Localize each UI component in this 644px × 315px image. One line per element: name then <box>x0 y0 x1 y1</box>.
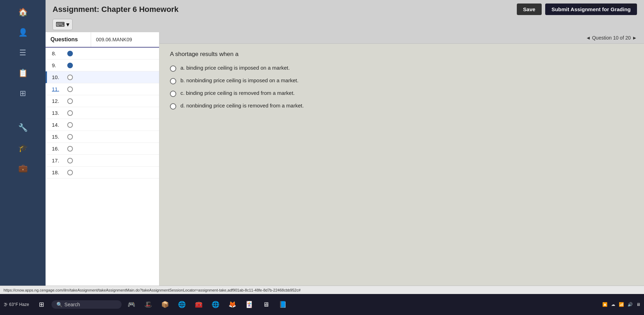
question-status-radio <box>67 86 73 92</box>
sidebar-grid-icon[interactable]: ⊞ <box>14 85 32 102</box>
taskbar-monitor-icon[interactable]: 🖥 <box>636 302 640 307</box>
question-counter: Question 10 of 20 <box>592 35 632 41</box>
next-question-arrow[interactable]: ► <box>632 35 637 41</box>
toolbar-row: ⌨ ▾ <box>46 17 644 32</box>
questions-panel-label: Questions <box>46 32 91 47</box>
taskbar-up-icon[interactable]: 🔼 <box>602 302 608 307</box>
question-id-label: 009.06.MANK09 <box>91 32 137 47</box>
sidebar-grad-icon[interactable]: 🎓 <box>14 139 32 157</box>
search-icon: 🔍 <box>56 302 62 307</box>
question-body: A shortage results when a a. binding pri… <box>159 44 644 122</box>
question-number: 17. <box>52 158 66 163</box>
sidebar-home-icon[interactable]: 🏠 <box>14 4 32 21</box>
question-list-item[interactable]: 10. <box>46 71 159 83</box>
question-number: 11. <box>52 86 66 92</box>
question-status-radio <box>67 134 73 140</box>
main-area: Assignment Score: 0.00% Assignment: Chap… <box>46 0 644 294</box>
question-number: 8. <box>52 50 66 56</box>
sidebar-menu-icon[interactable]: ☰ <box>14 44 32 62</box>
answer-text: a. binding price ceiling is imposed on a… <box>180 65 290 71</box>
taskbar-search[interactable]: 🔍 Search <box>52 300 122 309</box>
question-number: 18. <box>52 169 66 175</box>
taskbar-weather: 🌫 63°F Haze <box>4 302 29 307</box>
question-list-item[interactable]: 11. <box>46 83 159 95</box>
assignment-title: Assignment: Chapter 6 Homework <box>53 5 178 14</box>
question-nav-text: ◄ Question 10 of 20 ► <box>586 35 637 41</box>
answer-option[interactable]: b. nonbinding price ceiling is imposed o… <box>170 77 633 84</box>
question-list-item[interactable]: 13. <box>46 107 159 119</box>
sidebar-book-icon[interactable]: 📋 <box>14 64 32 82</box>
taskbar-icon-8[interactable]: 🃏 <box>242 298 256 312</box>
taskbar-icon-6[interactable]: 🌐 <box>208 298 222 312</box>
taskbar-icon-9[interactable]: 🖥 <box>259 298 273 312</box>
taskbar-icon-10[interactable]: 📘 <box>276 298 290 312</box>
question-number: 10. <box>52 74 66 80</box>
search-label: Search <box>64 302 80 307</box>
taskbar: 🌫 63°F Haze ⊞ 🔍 Search 🎮 🎩 📦 🌐 🧰 🌐 🦊 🃏 🖥… <box>0 294 644 315</box>
sidebar: 🏠 👤 ☰ 📋 ⊞ 🔧 🎓 💼 <box>0 0 46 294</box>
taskbar-wifi-icon[interactable]: 📶 <box>619 302 624 307</box>
answer-text: b. nonbinding price ceiling is imposed o… <box>180 77 299 83</box>
save-button[interactable]: Save <box>517 4 542 15</box>
question-number: 9. <box>52 62 66 68</box>
question-status-radio <box>67 122 73 128</box>
answer-radio-button[interactable] <box>170 65 176 72</box>
questions-panel: Questions 009.06.MANK09 8.9.10.11.12.13.… <box>46 32 159 288</box>
taskbar-icon-5[interactable]: 🧰 <box>192 298 206 312</box>
answer-radio-button[interactable] <box>170 91 176 97</box>
taskbar-icon-3[interactable]: 📦 <box>158 298 172 312</box>
question-number: 15. <box>52 134 66 140</box>
question-list-item[interactable]: 8. <box>46 48 159 59</box>
question-status-radio <box>67 170 73 175</box>
question-list-item[interactable]: 14. <box>46 119 159 131</box>
question-list-item[interactable]: 16. <box>46 143 159 155</box>
question-status-radio <box>67 51 73 56</box>
dropdown-arrow-icon: ▾ <box>66 21 69 28</box>
question-status-radio <box>67 158 73 163</box>
question-status-radio <box>67 63 73 68</box>
answer-options: a. binding price ceiling is imposed on a… <box>170 65 633 110</box>
calculator-icon: ⌨ <box>56 21 65 28</box>
status-bar: https://cnow.apps.ng.cengage.com/ilrn/ta… <box>0 286 644 294</box>
question-list-item[interactable]: 17. <box>46 155 159 167</box>
answer-option[interactable]: c. binding price ceiling is removed from… <box>170 90 633 97</box>
question-list-item[interactable]: 9. <box>46 59 159 71</box>
answer-option[interactable]: d. nonbinding price ceiling is removed f… <box>170 103 633 110</box>
sidebar-user-icon[interactable]: 👤 <box>14 24 32 41</box>
weather-icon: 🌫 <box>4 302 8 307</box>
question-text: A shortage results when a <box>170 51 633 58</box>
weather-text: 63°F Haze <box>9 302 29 307</box>
answer-radio-button[interactable] <box>170 78 176 84</box>
answer-radio-button[interactable] <box>170 103 176 110</box>
question-list-item[interactable]: 12. <box>46 95 159 107</box>
question-list-item[interactable]: 15. <box>46 131 159 143</box>
taskbar-right: 🔼 ☁ 📶 🔊 🖥 <box>602 302 640 307</box>
sidebar-wrench-icon[interactable]: 🔧 <box>14 119 32 136</box>
question-list-item[interactable]: 18. <box>46 167 159 178</box>
question-content: ◄ Question 10 of 20 ► A shortage results… <box>159 32 644 288</box>
answer-text: c. binding price ceiling is removed from… <box>180 90 295 96</box>
calculator-button[interactable]: ⌨ ▾ <box>53 19 73 30</box>
answer-option[interactable]: a. binding price ceiling is imposed on a… <box>170 65 633 72</box>
question-number: 12. <box>52 98 66 104</box>
taskbar-icon-7[interactable]: 🦊 <box>225 298 239 312</box>
status-url: https://cnow.apps.ng.cengage.com/ilrn/ta… <box>4 288 301 292</box>
question-number: 14. <box>52 122 66 128</box>
toolbar-left: ⌨ ▾ <box>53 19 73 30</box>
taskbar-icon-4[interactable]: 🌐 <box>175 298 189 312</box>
taskbar-icon-2[interactable]: 🎩 <box>141 298 155 312</box>
taskbar-windows-icon[interactable]: ⊞ <box>35 298 49 312</box>
taskbar-icon-1[interactable]: 🎮 <box>124 298 138 312</box>
question-status-radio <box>67 98 73 104</box>
question-number: 13. <box>52 110 66 116</box>
question-nav-bar: ◄ Question 10 of 20 ► <box>159 32 644 44</box>
score-label: Assignment Score: 0.00% <box>581 3 637 8</box>
taskbar-cloud-icon[interactable]: ☁ <box>611 302 615 307</box>
questions-header: Questions 009.06.MANK09 <box>46 32 159 48</box>
sidebar-brief-icon[interactable]: 💼 <box>14 160 32 177</box>
taskbar-sound-icon[interactable]: 🔊 <box>628 302 633 307</box>
prev-question-arrow[interactable]: ◄ <box>586 35 591 41</box>
question-status-radio <box>67 110 73 116</box>
content-area: Questions 009.06.MANK09 8.9.10.11.12.13.… <box>46 32 644 288</box>
question-status-radio <box>67 146 73 152</box>
